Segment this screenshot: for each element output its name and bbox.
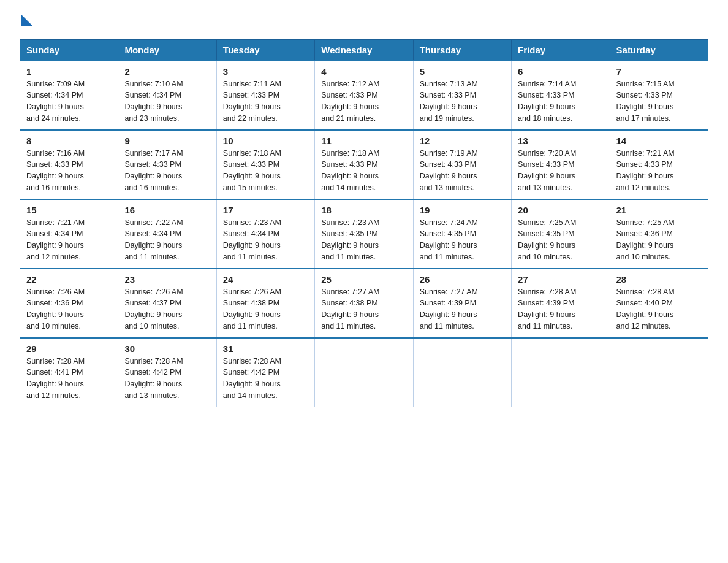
day-number: 2 [124,66,210,77]
page-header [20,15,708,28]
calendar-cell: 4 Sunrise: 7:12 AMSunset: 4:33 PMDayligh… [315,61,413,130]
day-number: 14 [616,136,702,146]
day-number: 21 [616,205,702,215]
calendar-cell: 21 Sunrise: 7:25 AMSunset: 4:36 PMDaylig… [610,199,708,269]
day-number: 22 [26,274,112,285]
day-info: Sunrise: 7:19 AMSunset: 4:33 PMDaylight:… [420,149,478,192]
calendar-cell: 9 Sunrise: 7:17 AMSunset: 4:33 PMDayligh… [118,130,216,199]
calendar-cell: 5 Sunrise: 7:13 AMSunset: 4:33 PMDayligh… [413,61,511,130]
calendar-cell: 3 Sunrise: 7:11 AMSunset: 4:33 PMDayligh… [216,61,314,130]
calendar-cell: 23 Sunrise: 7:26 AMSunset: 4:37 PMDaylig… [118,269,216,338]
calendar-cell: 19 Sunrise: 7:24 AMSunset: 4:35 PMDaylig… [413,199,511,269]
day-number: 18 [321,205,406,215]
calendar-week-row: 8 Sunrise: 7:16 AMSunset: 4:33 PMDayligh… [20,130,708,199]
day-info: Sunrise: 7:10 AMSunset: 4:34 PMDaylight:… [124,80,183,123]
day-info: Sunrise: 7:22 AMSunset: 4:34 PMDaylight:… [124,218,183,261]
day-info: Sunrise: 7:20 AMSunset: 4:33 PMDaylight:… [518,149,576,192]
calendar-cell: 8 Sunrise: 7:16 AMSunset: 4:33 PMDayligh… [20,130,118,199]
day-info: Sunrise: 7:21 AMSunset: 4:33 PMDaylight:… [616,149,675,192]
day-info: Sunrise: 7:23 AMSunset: 4:34 PMDaylight:… [223,218,281,261]
calendar-week-row: 22 Sunrise: 7:26 AMSunset: 4:36 PMDaylig… [20,269,708,338]
day-info: Sunrise: 7:25 AMSunset: 4:35 PMDaylight:… [518,218,576,261]
day-number: 26 [420,274,505,285]
day-number: 3 [223,66,308,77]
day-number: 24 [223,274,308,285]
day-info: Sunrise: 7:27 AMSunset: 4:38 PMDaylight:… [321,288,379,331]
day-number: 8 [26,136,112,146]
day-info: Sunrise: 7:18 AMSunset: 4:33 PMDaylight:… [223,149,281,192]
calendar-cell: 27 Sunrise: 7:28 AMSunset: 4:39 PMDaylig… [512,269,610,338]
calendar-header-row: SundayMondayTuesdayWednesdayThursdayFrid… [20,39,708,61]
day-info: Sunrise: 7:17 AMSunset: 4:33 PMDaylight:… [124,149,183,192]
day-number: 13 [518,136,603,146]
day-number: 19 [420,205,505,215]
calendar-cell: 11 Sunrise: 7:18 AMSunset: 4:33 PMDaylig… [315,130,413,199]
day-number: 7 [616,66,702,77]
day-number: 29 [26,343,112,354]
logo-triangle-icon [21,15,32,26]
calendar-cell: 18 Sunrise: 7:23 AMSunset: 4:35 PMDaylig… [315,199,413,269]
day-info: Sunrise: 7:24 AMSunset: 4:35 PMDaylight:… [420,218,478,261]
day-number: 15 [26,205,112,215]
calendar-cell [512,338,610,407]
day-info: Sunrise: 7:25 AMSunset: 4:36 PMDaylight:… [616,218,675,261]
day-number: 25 [321,274,406,285]
calendar-cell: 12 Sunrise: 7:19 AMSunset: 4:33 PMDaylig… [413,130,511,199]
day-info: Sunrise: 7:28 AMSunset: 4:41 PMDaylight:… [26,357,85,400]
day-info: Sunrise: 7:28 AMSunset: 4:39 PMDaylight:… [518,288,576,331]
day-info: Sunrise: 7:15 AMSunset: 4:33 PMDaylight:… [616,80,675,123]
calendar-cell: 17 Sunrise: 7:23 AMSunset: 4:34 PMDaylig… [216,199,314,269]
day-number: 17 [223,205,308,215]
day-number: 5 [420,66,505,77]
day-info: Sunrise: 7:09 AMSunset: 4:34 PMDaylight:… [26,80,85,123]
calendar-cell: 14 Sunrise: 7:21 AMSunset: 4:33 PMDaylig… [610,130,708,199]
calendar-cell: 30 Sunrise: 7:28 AMSunset: 4:42 PMDaylig… [118,338,216,407]
calendar-cell: 26 Sunrise: 7:27 AMSunset: 4:39 PMDaylig… [413,269,511,338]
day-info: Sunrise: 7:16 AMSunset: 4:33 PMDaylight:… [26,149,85,192]
svg-marker-0 [21,15,32,26]
day-info: Sunrise: 7:28 AMSunset: 4:42 PMDaylight:… [223,357,281,400]
day-number: 9 [124,136,210,146]
day-info: Sunrise: 7:18 AMSunset: 4:33 PMDaylight:… [321,149,379,192]
col-header-wednesday: Wednesday [315,39,413,61]
col-header-monday: Monday [118,39,216,61]
day-info: Sunrise: 7:28 AMSunset: 4:42 PMDaylight:… [124,357,183,400]
day-info: Sunrise: 7:26 AMSunset: 4:36 PMDaylight:… [26,288,85,331]
calendar-cell: 22 Sunrise: 7:26 AMSunset: 4:36 PMDaylig… [20,269,118,338]
calendar-cell: 7 Sunrise: 7:15 AMSunset: 4:33 PMDayligh… [610,61,708,130]
calendar-week-row: 15 Sunrise: 7:21 AMSunset: 4:34 PMDaylig… [20,199,708,269]
calendar-cell: 25 Sunrise: 7:27 AMSunset: 4:38 PMDaylig… [315,269,413,338]
calendar-cell [610,338,708,407]
day-number: 20 [518,205,603,215]
day-number: 28 [616,274,702,285]
calendar-table: SundayMondayTuesdayWednesdayThursdayFrid… [20,39,708,407]
col-header-thursday: Thursday [413,39,511,61]
day-number: 30 [124,343,210,354]
col-header-sunday: Sunday [20,39,118,61]
col-header-friday: Friday [512,39,610,61]
day-info: Sunrise: 7:28 AMSunset: 4:40 PMDaylight:… [616,288,675,331]
day-number: 1 [26,66,112,77]
day-number: 12 [420,136,505,146]
calendar-week-row: 29 Sunrise: 7:28 AMSunset: 4:41 PMDaylig… [20,338,708,407]
calendar-cell: 13 Sunrise: 7:20 AMSunset: 4:33 PMDaylig… [512,130,610,199]
day-info: Sunrise: 7:12 AMSunset: 4:33 PMDaylight:… [321,80,379,123]
calendar-cell: 10 Sunrise: 7:18 AMSunset: 4:33 PMDaylig… [216,130,314,199]
day-info: Sunrise: 7:27 AMSunset: 4:39 PMDaylight:… [420,288,478,331]
calendar-cell [413,338,511,407]
day-info: Sunrise: 7:21 AMSunset: 4:34 PMDaylight:… [26,218,85,261]
col-header-tuesday: Tuesday [216,39,314,61]
col-header-saturday: Saturday [610,39,708,61]
day-number: 6 [518,66,603,77]
day-info: Sunrise: 7:23 AMSunset: 4:35 PMDaylight:… [321,218,379,261]
day-info: Sunrise: 7:26 AMSunset: 4:38 PMDaylight:… [223,288,281,331]
calendar-cell: 29 Sunrise: 7:28 AMSunset: 4:41 PMDaylig… [20,338,118,407]
calendar-cell: 15 Sunrise: 7:21 AMSunset: 4:34 PMDaylig… [20,199,118,269]
day-info: Sunrise: 7:26 AMSunset: 4:37 PMDaylight:… [124,288,183,331]
day-number: 10 [223,136,308,146]
logo [20,15,32,28]
calendar-cell: 24 Sunrise: 7:26 AMSunset: 4:38 PMDaylig… [216,269,314,338]
day-number: 4 [321,66,406,77]
day-info: Sunrise: 7:14 AMSunset: 4:33 PMDaylight:… [518,80,576,123]
calendar-cell: 20 Sunrise: 7:25 AMSunset: 4:35 PMDaylig… [512,199,610,269]
